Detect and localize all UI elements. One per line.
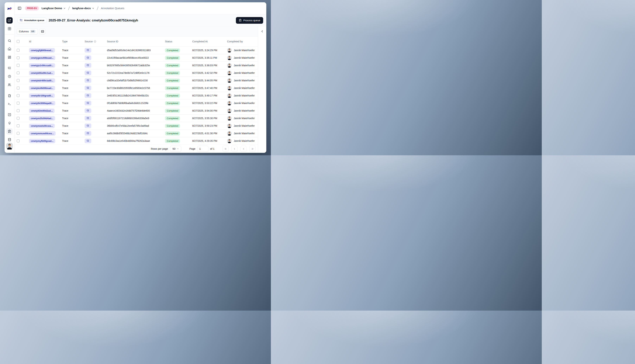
- process-queue-button[interactable]: Process queue: [236, 17, 263, 24]
- item-id-pill[interactable]: cmetylht300bqad0...: [29, 101, 55, 106]
- item-id-pill[interactable]: cmetylt3m00d2ad...: [29, 108, 55, 113]
- column-header-status[interactable]: Status: [163, 40, 190, 43]
- columns-button[interactable]: Columns 8/8: [17, 28, 38, 34]
- column-header-type[interactable]: Type: [60, 40, 82, 43]
- column-header-id[interactable]: Id: [27, 40, 60, 43]
- info-icon[interactable]: [94, 40, 96, 43]
- row-checkbox[interactable]: [17, 140, 20, 142]
- prev-page-button[interactable]: [232, 146, 238, 152]
- page-number-input[interactable]: 1: [197, 146, 208, 152]
- row-checkbox[interactable]: [17, 102, 20, 104]
- item-id-pill[interactable]: cmetykdr400ciad0...: [29, 78, 55, 83]
- evaluation-percent-icon[interactable]: [6, 112, 13, 118]
- row-checkbox[interactable]: [17, 86, 20, 90]
- open-external-icon[interactable]: [6, 17, 13, 24]
- column-header-source[interactable]: Source: [82, 40, 105, 43]
- chevrons-right-icon: [251, 148, 254, 150]
- chevron-right-icon: [242, 148, 245, 150]
- table-row[interactable]: cmetyko0k00bsad... Trace be7723e30d80205…: [15, 84, 258, 92]
- item-id-pill[interactable]: cmetygeov00buad...: [29, 56, 55, 60]
- trace-source-icon[interactable]: [85, 101, 91, 106]
- row-checkbox[interactable]: [17, 72, 20, 74]
- sidebar-toggle-icon[interactable]: [18, 6, 22, 10]
- table-row[interactable]: cmetygeov00buad... Trace 22c41f09acae5b1…: [15, 54, 258, 62]
- row-checkbox[interactable]: [17, 124, 20, 127]
- row-checkbox[interactable]: [17, 64, 20, 67]
- item-id-pill[interactable]: cmetymeds00cwa...: [29, 124, 55, 128]
- source-header-label: Source: [85, 40, 93, 43]
- type-cell: Trace: [62, 94, 68, 97]
- annotation-queue-icon[interactable]: [6, 128, 13, 134]
- item-id-pill[interactable]: cmetymyfb00gvad...: [29, 139, 55, 143]
- queue-type-badge[interactable]: Annotation queue: [18, 18, 47, 23]
- table-row[interactable]: cmetyk55x00c1ad... Trace 52c72c2222ea78e…: [15, 69, 258, 77]
- trace-source-icon[interactable]: [85, 78, 91, 83]
- table-row[interactable]: cmetymeds00cwa... Trace 36b90cdfc47e5da1…: [15, 122, 258, 130]
- trace-source-icon[interactable]: [85, 56, 91, 60]
- row-checkbox[interactable]: [17, 79, 20, 82]
- tracing-tree-icon[interactable]: [6, 65, 13, 71]
- column-header-source-id[interactable]: Source ID: [105, 40, 163, 43]
- table-row[interactable]: cmetylht300bqad0... Trace 0f1dd65b7bb9bf…: [15, 100, 258, 107]
- breadcrumb-separator: [97, 6, 99, 10]
- column-header-completed-at[interactable]: Completed At: [190, 40, 225, 43]
- trace-source-icon[interactable]: [85, 124, 91, 128]
- select-all-checkbox[interactable]: [17, 40, 20, 43]
- terminal-icon[interactable]: [6, 101, 13, 107]
- trace-source-icon[interactable]: [85, 86, 91, 90]
- item-id-pill[interactable]: cmetym2fz00d4ad...: [29, 116, 55, 120]
- table-row[interactable]: cmetylt3m00d2ad... Trace 4aaece1603cb2e1…: [15, 107, 258, 114]
- row-checkbox[interactable]: [17, 94, 20, 97]
- trace-source-icon[interactable]: [85, 116, 91, 120]
- dashboard-icon[interactable]: [6, 54, 13, 60]
- collapse-panel-button[interactable]: [261, 30, 264, 33]
- clock-icon[interactable]: [6, 73, 13, 80]
- user-avatar[interactable]: [6, 143, 13, 150]
- row-checkbox[interactable]: [17, 56, 20, 59]
- avatar: [227, 63, 232, 68]
- row-checkbox[interactable]: [17, 109, 20, 112]
- table-row[interactable]: cmetyju1r00ccad0... Trace b63297665cfd44…: [15, 62, 258, 69]
- table-row[interactable]: cmetyl5r100grad0... Trace 2e603f31361115…: [15, 92, 258, 100]
- row-checkbox[interactable]: [17, 132, 20, 135]
- item-id-pill[interactable]: cmetyl5r100grad0...: [29, 94, 55, 98]
- item-id-pill[interactable]: cmetyk55x00c1ad...: [29, 71, 55, 75]
- table-row[interactable]: cmetymmuw00cea... Trace aaf0c38db0f3f204…: [15, 130, 258, 137]
- lightbulb-icon[interactable]: [6, 120, 13, 126]
- item-id-pill[interactable]: cmetyg5j800bwad...: [29, 48, 55, 52]
- item-id-pill[interactable]: cmetyko0k00bsad...: [29, 86, 55, 90]
- row-checkbox[interactable]: [17, 117, 20, 120]
- search-icon[interactable]: [6, 38, 13, 44]
- project-switcher[interactable]: langfuse-docs: [72, 7, 94, 10]
- org-switcher[interactable]: Langfuse Demo: [42, 7, 65, 10]
- table-row[interactable]: cmetym2fz00d4ad... Trace a0df3f901167218…: [15, 114, 258, 122]
- trace-source-icon[interactable]: [85, 138, 91, 143]
- home-icon[interactable]: [6, 46, 13, 52]
- next-page-button[interactable]: [241, 146, 247, 152]
- trace-source-icon[interactable]: [85, 93, 91, 98]
- rows-per-page-select[interactable]: 50: [170, 146, 181, 152]
- trace-source-icon[interactable]: [85, 131, 91, 136]
- table-row[interactable]: cmetyg5j800bwad... Trace d5ad9d52a00c6e1…: [15, 46, 258, 54]
- avatar: [227, 93, 232, 98]
- avatar: [227, 124, 232, 128]
- row-height-button[interactable]: [40, 28, 46, 34]
- table-row[interactable]: cmetykdr400ciad0... Trace c9d56ca32efaff…: [15, 77, 258, 84]
- table-body: cmetyg5j800bwad... Trace d5ad9d52a00c6e1…: [15, 46, 258, 145]
- trace-source-icon[interactable]: [85, 108, 91, 113]
- item-id-pill[interactable]: cmetymmuw00cea...: [29, 131, 56, 136]
- last-page-button[interactable]: [250, 146, 255, 152]
- json-file-icon[interactable]: [6, 92, 13, 99]
- item-id-pill[interactable]: cmetyju1r00ccad0...: [29, 63, 55, 68]
- trace-source-icon[interactable]: [85, 63, 91, 68]
- first-page-button[interactable]: [223, 146, 229, 152]
- database-icon[interactable]: [6, 136, 13, 143]
- trace-source-icon[interactable]: [85, 70, 91, 75]
- type-cell: Trace: [62, 109, 68, 112]
- table-grid-icon[interactable]: [6, 26, 13, 32]
- row-checkbox[interactable]: [17, 49, 20, 52]
- table-row[interactable]: cmetymyfb00gvad... Trace 8dc69b1ba1e540b…: [15, 137, 258, 145]
- users-icon[interactable]: [6, 82, 13, 88]
- column-header-completed-by[interactable]: Completed by: [225, 40, 258, 43]
- trace-source-icon[interactable]: [85, 48, 91, 52]
